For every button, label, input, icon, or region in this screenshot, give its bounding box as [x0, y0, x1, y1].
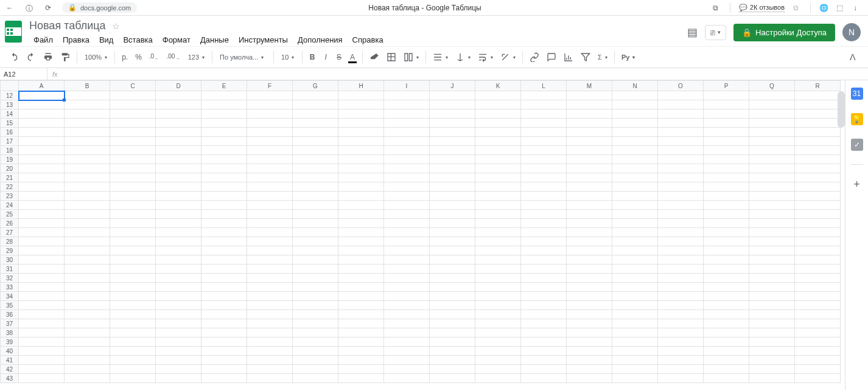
cell[interactable] — [65, 365, 110, 374]
cell[interactable] — [704, 310, 749, 319]
row-header[interactable]: 30 — [1, 255, 19, 265]
cell[interactable] — [430, 201, 475, 210]
cell[interactable] — [795, 164, 841, 173]
cell[interactable] — [65, 119, 110, 128]
cell[interactable] — [612, 237, 658, 246]
cell[interactable] — [658, 237, 704, 246]
cell[interactable] — [201, 328, 247, 337]
cell[interactable] — [156, 173, 201, 182]
cell[interactable] — [293, 328, 338, 337]
row-header[interactable]: 19 — [1, 155, 19, 164]
comments-icon[interactable]: ▤ — [687, 26, 698, 39]
cell[interactable] — [19, 265, 65, 274]
cell[interactable] — [384, 109, 430, 119]
cell[interactable] — [65, 265, 110, 274]
cell[interactable] — [110, 182, 156, 192]
cell[interactable] — [475, 283, 521, 292]
column-header[interactable]: Q — [749, 81, 795, 91]
cell[interactable] — [338, 164, 384, 173]
cell[interactable] — [338, 228, 384, 237]
row-header[interactable]: 15 — [1, 119, 19, 128]
cell[interactable] — [338, 201, 384, 210]
cell[interactable] — [475, 155, 521, 164]
cell[interactable] — [201, 365, 247, 374]
cell[interactable] — [247, 292, 293, 301]
increase-decimal-button[interactable]: .00→ — [164, 50, 183, 64]
url-box[interactable]: 🔒 docs.google.com — [62, 2, 137, 13]
cell[interactable] — [521, 301, 567, 310]
cell[interactable] — [795, 337, 841, 347]
cell[interactable] — [19, 137, 65, 146]
cell[interactable] — [430, 292, 475, 301]
cell[interactable] — [201, 201, 247, 210]
cell[interactable] — [384, 155, 430, 164]
cell[interactable] — [19, 237, 65, 246]
cell[interactable] — [110, 283, 156, 292]
cell[interactable] — [749, 219, 795, 228]
borders-button[interactable] — [383, 50, 399, 64]
cell[interactable] — [749, 283, 795, 292]
cell[interactable] — [430, 301, 475, 310]
cell[interactable] — [201, 374, 247, 383]
cell[interactable] — [749, 128, 795, 137]
cell[interactable] — [658, 91, 704, 100]
row-header[interactable]: 24 — [1, 201, 19, 210]
cell[interactable] — [201, 173, 247, 182]
menu-help[interactable]: Справка — [348, 33, 388, 46]
cell[interactable] — [65, 146, 110, 155]
cell[interactable] — [201, 137, 247, 146]
cell[interactable] — [567, 237, 612, 246]
cell[interactable] — [567, 265, 612, 274]
bookmark-icon[interactable]: ⧉ — [793, 4, 802, 12]
cell[interactable] — [612, 182, 658, 192]
row-header[interactable]: 41 — [1, 356, 19, 365]
cell[interactable] — [567, 310, 612, 319]
cell[interactable] — [384, 91, 430, 100]
row-header[interactable]: 32 — [1, 274, 19, 283]
cell[interactable] — [338, 374, 384, 383]
cell[interactable] — [338, 237, 384, 246]
row-header[interactable]: 29 — [1, 246, 19, 255]
functions-button[interactable]: Σ — [595, 51, 611, 63]
cell[interactable] — [521, 137, 567, 146]
cell[interactable] — [475, 365, 521, 374]
cell[interactable] — [65, 100, 110, 109]
cell[interactable] — [156, 274, 201, 283]
cell[interactable] — [156, 137, 201, 146]
download-icon[interactable]: ↓ — [853, 4, 862, 12]
cell[interactable] — [110, 192, 156, 201]
cell[interactable] — [704, 228, 749, 237]
cell[interactable] — [795, 310, 841, 319]
cell[interactable] — [201, 237, 247, 246]
cell[interactable] — [475, 292, 521, 301]
cell[interactable] — [521, 109, 567, 119]
print-button[interactable] — [40, 50, 56, 64]
wrap-button[interactable] — [475, 50, 496, 64]
cell[interactable] — [338, 109, 384, 119]
cell[interactable] — [749, 337, 795, 347]
cell[interactable] — [749, 265, 795, 274]
cell[interactable] — [156, 182, 201, 192]
row-header[interactable]: 28 — [1, 237, 19, 246]
cell[interactable] — [110, 365, 156, 374]
cell[interactable] — [338, 173, 384, 182]
cell[interactable] — [156, 301, 201, 310]
cell[interactable] — [293, 319, 338, 328]
cell[interactable] — [795, 246, 841, 255]
cell[interactable] — [612, 210, 658, 219]
cell[interactable] — [567, 365, 612, 374]
cell[interactable] — [430, 228, 475, 237]
cell[interactable] — [65, 201, 110, 210]
cell[interactable] — [704, 237, 749, 246]
cell[interactable] — [293, 219, 338, 228]
cell[interactable] — [567, 337, 612, 347]
cell[interactable] — [795, 374, 841, 383]
cell[interactable] — [293, 365, 338, 374]
cell[interactable] — [658, 365, 704, 374]
column-header[interactable]: K — [475, 81, 521, 91]
cell[interactable] — [704, 246, 749, 255]
cell[interactable] — [65, 274, 110, 283]
cell[interactable] — [293, 137, 338, 146]
cell[interactable] — [749, 228, 795, 237]
cell[interactable] — [521, 374, 567, 383]
